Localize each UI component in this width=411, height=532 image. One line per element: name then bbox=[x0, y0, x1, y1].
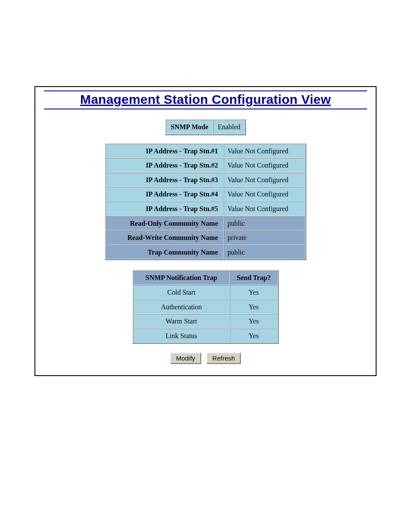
config-row-label: IP Address - Trap Stn.#5 bbox=[106, 202, 224, 216]
config-row-label: IP Address - Trap Stn.#1 bbox=[106, 144, 224, 159]
config-row-value: Value Not Configured bbox=[224, 187, 305, 202]
config-row-label: IP Address - Trap Stn.#4 bbox=[106, 187, 224, 202]
snmp-mode-label: SNMP Mode bbox=[166, 120, 213, 134]
config-row: IP Address - Trap Stn.#5Value Not Config… bbox=[106, 202, 305, 216]
trap-row: AuthenticationYes bbox=[133, 300, 278, 314]
config-row: IP Address - Trap Stn.#1Value Not Config… bbox=[106, 144, 305, 159]
config-row: Read-Only Community Namepublic bbox=[106, 216, 305, 231]
config-row-label: Read-Only Community Name bbox=[106, 216, 224, 231]
trap-row: Cold StartYes bbox=[133, 285, 278, 300]
config-row-label: IP Address - Trap Stn.#3 bbox=[106, 173, 224, 187]
title-bar: Management Station Configuration View bbox=[44, 90, 367, 109]
refresh-button[interactable]: Refresh bbox=[206, 352, 241, 364]
config-row-value: Value Not Configured bbox=[224, 144, 305, 159]
config-row: IP Address - Trap Stn.#3Value Not Config… bbox=[106, 173, 305, 187]
trap-row-send: Yes bbox=[230, 300, 278, 314]
config-row-label: IP Address - Trap Stn.#2 bbox=[106, 158, 224, 173]
trap-row-name: Warm Start bbox=[133, 314, 230, 329]
config-table: IP Address - Trap Stn.#1Value Not Config… bbox=[105, 143, 306, 261]
config-panel: Management Station Configuration View SN… bbox=[34, 86, 377, 376]
modify-button[interactable]: Modify bbox=[170, 352, 201, 364]
trap-row-name: Link Status bbox=[133, 329, 230, 343]
config-row: IP Address - Trap Stn.#4Value Not Config… bbox=[106, 187, 305, 202]
button-row: Modify Refresh bbox=[44, 352, 367, 364]
trap-table-col2-header: Send Trap? bbox=[230, 271, 278, 285]
config-row: Trap Community Namepublic bbox=[106, 245, 305, 260]
trap-table-header-row: SNMP Notification Trap Send Trap? bbox=[133, 271, 278, 285]
config-row-value: Value Not Configured bbox=[224, 173, 305, 187]
config-row-label: Read-Write Community Name bbox=[106, 230, 224, 245]
trap-row: Link StatusYes bbox=[133, 329, 278, 343]
trap-table: SNMP Notification Trap Send Trap? Cold S… bbox=[132, 270, 279, 344]
trap-table-col1-header: SNMP Notification Trap bbox=[133, 271, 230, 285]
trap-row-name: Cold Start bbox=[133, 285, 230, 300]
config-row-value: public bbox=[224, 245, 305, 260]
config-row-value: private bbox=[224, 230, 305, 245]
page-title: Management Station Configuration View bbox=[80, 92, 331, 106]
config-row-value: Value Not Configured bbox=[224, 202, 305, 216]
config-row-value: Value Not Configured bbox=[224, 158, 305, 173]
config-row-value: public bbox=[224, 216, 305, 231]
trap-row-send: Yes bbox=[230, 329, 278, 343]
config-row: IP Address - Trap Stn.#2Value Not Config… bbox=[106, 158, 305, 173]
snmp-mode-table: SNMP Mode Enabled bbox=[165, 119, 246, 135]
snmp-mode-value: Enabled bbox=[213, 120, 245, 134]
config-row: Read-Write Community Nameprivate bbox=[106, 230, 305, 245]
trap-row-send: Yes bbox=[230, 285, 278, 300]
trap-row-name: Authentication bbox=[133, 300, 230, 314]
trap-row: Warm StartYes bbox=[133, 314, 278, 329]
trap-row-send: Yes bbox=[230, 314, 278, 329]
config-row-label: Trap Community Name bbox=[106, 245, 224, 260]
